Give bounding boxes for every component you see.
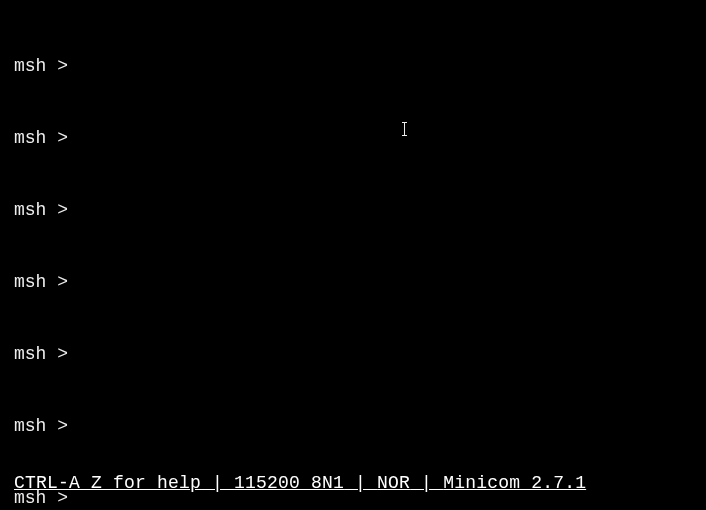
status-sep: |: [410, 473, 443, 493]
prompt-caret: >: [57, 416, 68, 436]
prompt-line: msh >: [14, 54, 692, 78]
status-flow: NOR: [377, 473, 410, 493]
prompt-shell: msh: [14, 200, 46, 220]
status-bar: CTRL-A Z for help | 115200 8N1 | NOR | M…: [14, 473, 696, 493]
status-app: Minicom 2.7.1: [443, 473, 586, 493]
status-help: CTRL-A Z for help: [14, 473, 201, 493]
prompt-shell: msh: [14, 128, 46, 148]
status-sep: |: [201, 473, 234, 493]
prompt-caret: >: [57, 56, 68, 76]
prompt-shell: msh: [14, 344, 46, 364]
prompt-line: msh >: [14, 198, 692, 222]
prompt-line: msh >: [14, 270, 692, 294]
prompt-shell: msh: [14, 272, 46, 292]
prompt-line: msh >: [14, 126, 692, 150]
prompt-caret: >: [57, 128, 68, 148]
prompt-shell: msh: [14, 56, 46, 76]
status-baud: 115200 8N1: [234, 473, 344, 493]
prompt-line: msh >: [14, 414, 692, 438]
status-sep: |: [344, 473, 377, 493]
prompt-shell: msh: [14, 416, 46, 436]
prompt-caret: >: [57, 272, 68, 292]
prompt-caret: >: [57, 344, 68, 364]
prompt-line: msh >: [14, 342, 692, 366]
prompt-caret: >: [57, 200, 68, 220]
terminal-output[interactable]: msh > msh > msh > msh > msh > msh > msh …: [0, 0, 706, 510]
